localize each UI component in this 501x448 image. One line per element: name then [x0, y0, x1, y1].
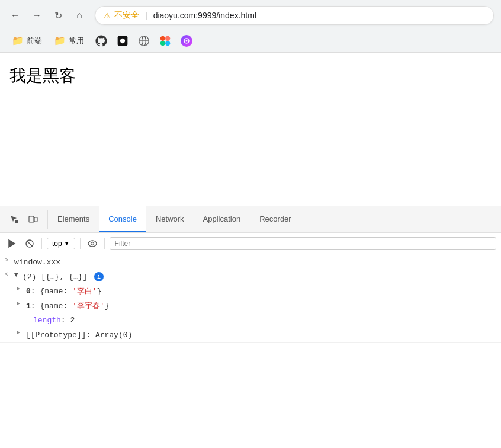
nav-icons: ← → ↻ ⌂ — [7, 7, 88, 24]
tab-elements[interactable]: Elements — [48, 206, 99, 232]
output-left-arrow: < — [5, 271, 12, 278]
svg-point-18 — [91, 242, 94, 245]
block-button[interactable] — [23, 236, 37, 251]
eye-button[interactable] — [85, 236, 99, 251]
proto-arrow[interactable]: ► — [17, 329, 24, 336]
svg-rect-5 — [160, 36, 165, 40]
svg-marker-14 — [9, 240, 15, 247]
svg-point-17 — [88, 241, 97, 247]
clear-console-button[interactable] — [5, 236, 19, 251]
dropdown-arrow-icon: ▼ — [64, 240, 70, 247]
figma-icon — [159, 35, 171, 47]
console-input-text: window.xxx — [14, 257, 496, 268]
inner-icon — [183, 37, 190, 44]
tab-application[interactable]: Application — [194, 206, 250, 232]
browser-chrome: ← → ↻ ⌂ ⚠ 不安全 | diaoyu.com:9999/index.ht… — [0, 0, 501, 53]
item1-arrow[interactable]: ► — [17, 300, 24, 307]
purple-circle-icon — [181, 35, 192, 47]
play-icon — [7, 239, 17, 248]
svg-line-16 — [27, 241, 33, 246]
tab-recorder[interactable]: Recorder — [250, 206, 300, 232]
svg-rect-11 — [15, 220, 18, 223]
item1-key: 1 — [26, 302, 31, 311]
bookmark-changyong[interactable]: 📁 常用 — [49, 33, 89, 48]
svg-rect-8 — [165, 41, 170, 46]
dark-square-icon — [117, 35, 129, 47]
device-icon — [28, 215, 38, 224]
security-text: 不安全 — [114, 10, 139, 21]
filter-input[interactable] — [110, 237, 496, 250]
svg-rect-6 — [165, 36, 170, 40]
address-url: diaoyu.com:9999/index.html — [153, 11, 256, 20]
reload-button[interactable]: ↻ — [50, 7, 66, 24]
globe-bookmark[interactable] — [136, 33, 152, 49]
info-badge: i — [94, 272, 104, 281]
proto-content: [[Prototype]]: Array(0) — [26, 329, 496, 341]
tab-console[interactable]: Console — [99, 206, 146, 232]
page-title: 我是黑客 — [9, 65, 492, 87]
item1-content: 1: {name: '李宇春'} — [26, 300, 496, 312]
context-selector[interactable]: top ▼ — [47, 238, 75, 249]
svg-point-10 — [186, 40, 188, 41]
input-arrow[interactable]: > — [5, 257, 12, 264]
inspect-element-button[interactable] — [5, 210, 24, 229]
console-line-item-1: ► 1: {name: '李宇春'} — [0, 299, 501, 314]
svg-point-1 — [120, 38, 125, 43]
item0-arrow[interactable]: ► — [17, 286, 24, 292]
collapse-arrow[interactable]: ▼ — [14, 271, 21, 279]
item0-value: '李白' — [72, 287, 97, 296]
security-warning-icon: ⚠ — [104, 11, 111, 20]
bookmark-changyong-label: 常用 — [69, 36, 84, 46]
devtools-tabs-list: Elements Console Network Application Rec… — [48, 206, 301, 232]
item0-content: 0: {name: '李白'} — [26, 286, 496, 297]
purple-bookmark[interactable] — [179, 33, 194, 49]
address-bar[interactable]: ⚠ 不安全 | diaoyu.com:9999/index.html — [95, 6, 494, 25]
console-output: > window.xxx < ▼ (2) [{…}, {…}] i ► 0: {… — [0, 254, 501, 448]
console-line-array: < ▼ (2) [{…}, {…}] i — [0, 270, 501, 285]
dark-icon-bookmark[interactable] — [115, 33, 130, 49]
length-content: length: 2 — [33, 315, 496, 327]
device-toolbar-button[interactable] — [24, 210, 43, 229]
array-text: (2) [{…}, {…}] — [23, 273, 87, 281]
svg-rect-7 — [160, 41, 165, 46]
item0-key: 0 — [26, 287, 31, 296]
console-line-length: length: 2 — [0, 313, 501, 328]
home-button[interactable]: ⌂ — [71, 7, 88, 24]
folder-icon: 📁 — [12, 35, 24, 46]
github-bookmark[interactable] — [94, 33, 109, 49]
cursor-icon — [9, 215, 19, 224]
length-key: length — [33, 316, 61, 325]
nav-bar: ← → ↻ ⌂ ⚠ 不安全 | diaoyu.com:9999/index.ht… — [0, 0, 501, 31]
external-bookmarks — [94, 33, 194, 49]
bookmark-qianduan-label: 前端 — [27, 36, 42, 46]
console-line-prototype: ► [[Prototype]]: Array(0) — [0, 328, 501, 343]
page-content: 我是黑客 — [0, 53, 501, 206]
console-toolbar: top ▼ — [0, 233, 501, 254]
github-icon — [95, 35, 107, 47]
forward-button[interactable]: → — [28, 7, 45, 24]
bookmark-qianduan[interactable]: 📁 前端 — [7, 33, 47, 48]
folder-icon-2: 📁 — [54, 35, 66, 46]
svg-rect-13 — [34, 217, 37, 222]
devtools-panel-icons — [0, 210, 48, 229]
figma-bookmark[interactable] — [158, 33, 173, 49]
toolbar-divider — [41, 238, 42, 249]
devtools-panel: Elements Console Network Application Rec… — [0, 206, 501, 448]
no-icon — [25, 239, 34, 248]
devtools-tabs-bar: Elements Console Network Application Rec… — [0, 206, 501, 233]
toolbar-divider-3 — [104, 238, 105, 249]
back-button[interactable]: ← — [7, 7, 24, 24]
address-separator: | — [145, 11, 147, 20]
console-line-item-0: ► 0: {name: '李白'} — [0, 284, 501, 299]
globe-icon — [138, 35, 150, 47]
eye-icon — [88, 239, 97, 248]
bookmarks-bar: 📁 前端 📁 常用 — [0, 31, 501, 52]
toolbar-divider-2 — [80, 238, 81, 249]
tab-network[interactable]: Network — [146, 206, 194, 232]
array-preview: (2) [{…}, {…}] i — [23, 271, 496, 283]
console-line-input: > window.xxx — [0, 255, 501, 270]
svg-rect-12 — [29, 216, 34, 222]
item1-value: '李宇春' — [72, 302, 105, 311]
